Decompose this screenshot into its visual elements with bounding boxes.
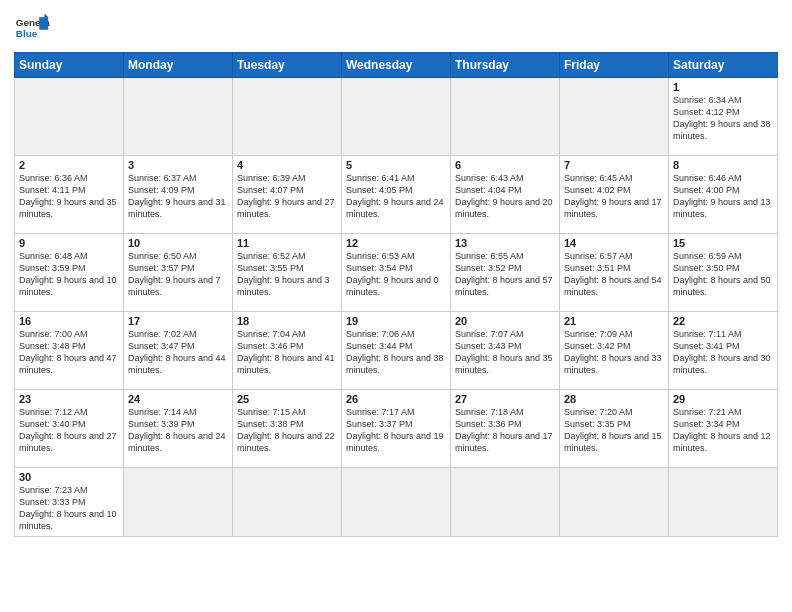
day-number: 30 — [19, 471, 119, 483]
calendar-cell: 12Sunrise: 6:53 AM Sunset: 3:54 PM Dayli… — [342, 234, 451, 312]
day-number: 24 — [128, 393, 228, 405]
day-number: 22 — [673, 315, 773, 327]
calendar-week-6: 30Sunrise: 7:23 AM Sunset: 3:33 PM Dayli… — [15, 468, 778, 537]
day-info: Sunrise: 7:21 AM Sunset: 3:34 PM Dayligh… — [673, 406, 773, 455]
day-number: 26 — [346, 393, 446, 405]
calendar-cell: 20Sunrise: 7:07 AM Sunset: 3:43 PM Dayli… — [451, 312, 560, 390]
calendar-cell: 14Sunrise: 6:57 AM Sunset: 3:51 PM Dayli… — [560, 234, 669, 312]
page: General Blue SundayMondayTuesdayWednesda… — [0, 0, 792, 612]
calendar-cell: 17Sunrise: 7:02 AM Sunset: 3:47 PM Dayli… — [124, 312, 233, 390]
calendar-cell — [233, 78, 342, 156]
calendar-cell: 18Sunrise: 7:04 AM Sunset: 3:46 PM Dayli… — [233, 312, 342, 390]
day-info: Sunrise: 7:06 AM Sunset: 3:44 PM Dayligh… — [346, 328, 446, 377]
day-number: 8 — [673, 159, 773, 171]
calendar-cell — [560, 468, 669, 537]
day-info: Sunrise: 6:55 AM Sunset: 3:52 PM Dayligh… — [455, 250, 555, 299]
calendar-week-1: 1Sunrise: 6:34 AM Sunset: 4:12 PM Daylig… — [15, 78, 778, 156]
day-number: 16 — [19, 315, 119, 327]
day-info: Sunrise: 7:04 AM Sunset: 3:46 PM Dayligh… — [237, 328, 337, 377]
day-info: Sunrise: 7:07 AM Sunset: 3:43 PM Dayligh… — [455, 328, 555, 377]
day-info: Sunrise: 7:02 AM Sunset: 3:47 PM Dayligh… — [128, 328, 228, 377]
day-info: Sunrise: 6:59 AM Sunset: 3:50 PM Dayligh… — [673, 250, 773, 299]
calendar-cell: 25Sunrise: 7:15 AM Sunset: 3:38 PM Dayli… — [233, 390, 342, 468]
calendar-cell: 19Sunrise: 7:06 AM Sunset: 3:44 PM Dayli… — [342, 312, 451, 390]
day-info: Sunrise: 6:52 AM Sunset: 3:55 PM Dayligh… — [237, 250, 337, 299]
calendar-cell: 9Sunrise: 6:48 AM Sunset: 3:59 PM Daylig… — [15, 234, 124, 312]
calendar-cell: 13Sunrise: 6:55 AM Sunset: 3:52 PM Dayli… — [451, 234, 560, 312]
day-number: 20 — [455, 315, 555, 327]
calendar-cell — [451, 78, 560, 156]
weekday-header-row: SundayMondayTuesdayWednesdayThursdayFrid… — [15, 53, 778, 78]
calendar-cell — [233, 468, 342, 537]
day-number: 6 — [455, 159, 555, 171]
day-number: 11 — [237, 237, 337, 249]
day-info: Sunrise: 6:45 AM Sunset: 4:02 PM Dayligh… — [564, 172, 664, 221]
calendar-cell: 27Sunrise: 7:18 AM Sunset: 3:36 PM Dayli… — [451, 390, 560, 468]
day-number: 9 — [19, 237, 119, 249]
day-number: 17 — [128, 315, 228, 327]
calendar-cell — [342, 468, 451, 537]
calendar-cell: 15Sunrise: 6:59 AM Sunset: 3:50 PM Dayli… — [669, 234, 778, 312]
day-number: 27 — [455, 393, 555, 405]
day-info: Sunrise: 7:12 AM Sunset: 3:40 PM Dayligh… — [19, 406, 119, 455]
day-info: Sunrise: 7:23 AM Sunset: 3:33 PM Dayligh… — [19, 484, 119, 533]
calendar-cell: 28Sunrise: 7:20 AM Sunset: 3:35 PM Dayli… — [560, 390, 669, 468]
day-info: Sunrise: 6:36 AM Sunset: 4:11 PM Dayligh… — [19, 172, 119, 221]
day-number: 7 — [564, 159, 664, 171]
day-info: Sunrise: 6:34 AM Sunset: 4:12 PM Dayligh… — [673, 94, 773, 143]
calendar-cell: 6Sunrise: 6:43 AM Sunset: 4:04 PM Daylig… — [451, 156, 560, 234]
calendar-cell: 24Sunrise: 7:14 AM Sunset: 3:39 PM Dayli… — [124, 390, 233, 468]
calendar-cell: 26Sunrise: 7:17 AM Sunset: 3:37 PM Dayli… — [342, 390, 451, 468]
calendar-cell: 16Sunrise: 7:00 AM Sunset: 3:48 PM Dayli… — [15, 312, 124, 390]
day-number: 29 — [673, 393, 773, 405]
svg-text:Blue: Blue — [16, 28, 38, 39]
calendar-table: SundayMondayTuesdayWednesdayThursdayFrid… — [14, 52, 778, 537]
day-info: Sunrise: 7:17 AM Sunset: 3:37 PM Dayligh… — [346, 406, 446, 455]
calendar-cell: 7Sunrise: 6:45 AM Sunset: 4:02 PM Daylig… — [560, 156, 669, 234]
day-number: 28 — [564, 393, 664, 405]
day-number: 25 — [237, 393, 337, 405]
calendar-cell: 11Sunrise: 6:52 AM Sunset: 3:55 PM Dayli… — [233, 234, 342, 312]
day-info: Sunrise: 7:18 AM Sunset: 3:36 PM Dayligh… — [455, 406, 555, 455]
day-number: 4 — [237, 159, 337, 171]
day-number: 19 — [346, 315, 446, 327]
calendar-cell: 23Sunrise: 7:12 AM Sunset: 3:40 PM Dayli… — [15, 390, 124, 468]
calendar-cell — [342, 78, 451, 156]
calendar-cell — [124, 78, 233, 156]
day-info: Sunrise: 6:46 AM Sunset: 4:00 PM Dayligh… — [673, 172, 773, 221]
weekday-header-tuesday: Tuesday — [233, 53, 342, 78]
day-info: Sunrise: 6:39 AM Sunset: 4:07 PM Dayligh… — [237, 172, 337, 221]
header: General Blue — [14, 10, 778, 46]
calendar-cell — [560, 78, 669, 156]
weekday-header-wednesday: Wednesday — [342, 53, 451, 78]
day-info: Sunrise: 7:15 AM Sunset: 3:38 PM Dayligh… — [237, 406, 337, 455]
calendar-cell — [15, 78, 124, 156]
calendar-cell: 30Sunrise: 7:23 AM Sunset: 3:33 PM Dayli… — [15, 468, 124, 537]
calendar-cell: 1Sunrise: 6:34 AM Sunset: 4:12 PM Daylig… — [669, 78, 778, 156]
day-number: 12 — [346, 237, 446, 249]
day-info: Sunrise: 7:00 AM Sunset: 3:48 PM Dayligh… — [19, 328, 119, 377]
generalblue-logo-icon: General Blue — [14, 10, 50, 46]
day-info: Sunrise: 6:48 AM Sunset: 3:59 PM Dayligh… — [19, 250, 119, 299]
calendar-week-2: 2Sunrise: 6:36 AM Sunset: 4:11 PM Daylig… — [15, 156, 778, 234]
day-info: Sunrise: 7:20 AM Sunset: 3:35 PM Dayligh… — [564, 406, 664, 455]
calendar-week-5: 23Sunrise: 7:12 AM Sunset: 3:40 PM Dayli… — [15, 390, 778, 468]
day-number: 3 — [128, 159, 228, 171]
day-number: 1 — [673, 81, 773, 93]
day-number: 14 — [564, 237, 664, 249]
calendar-week-3: 9Sunrise: 6:48 AM Sunset: 3:59 PM Daylig… — [15, 234, 778, 312]
day-info: Sunrise: 7:11 AM Sunset: 3:41 PM Dayligh… — [673, 328, 773, 377]
calendar-cell: 21Sunrise: 7:09 AM Sunset: 3:42 PM Dayli… — [560, 312, 669, 390]
calendar-cell: 22Sunrise: 7:11 AM Sunset: 3:41 PM Dayli… — [669, 312, 778, 390]
weekday-header-sunday: Sunday — [15, 53, 124, 78]
day-number: 15 — [673, 237, 773, 249]
calendar-cell: 10Sunrise: 6:50 AM Sunset: 3:57 PM Dayli… — [124, 234, 233, 312]
calendar-cell — [124, 468, 233, 537]
day-info: Sunrise: 6:50 AM Sunset: 3:57 PM Dayligh… — [128, 250, 228, 299]
day-number: 21 — [564, 315, 664, 327]
day-number: 10 — [128, 237, 228, 249]
weekday-header-monday: Monday — [124, 53, 233, 78]
day-info: Sunrise: 6:37 AM Sunset: 4:09 PM Dayligh… — [128, 172, 228, 221]
calendar-cell: 4Sunrise: 6:39 AM Sunset: 4:07 PM Daylig… — [233, 156, 342, 234]
logo: General Blue — [14, 10, 50, 46]
